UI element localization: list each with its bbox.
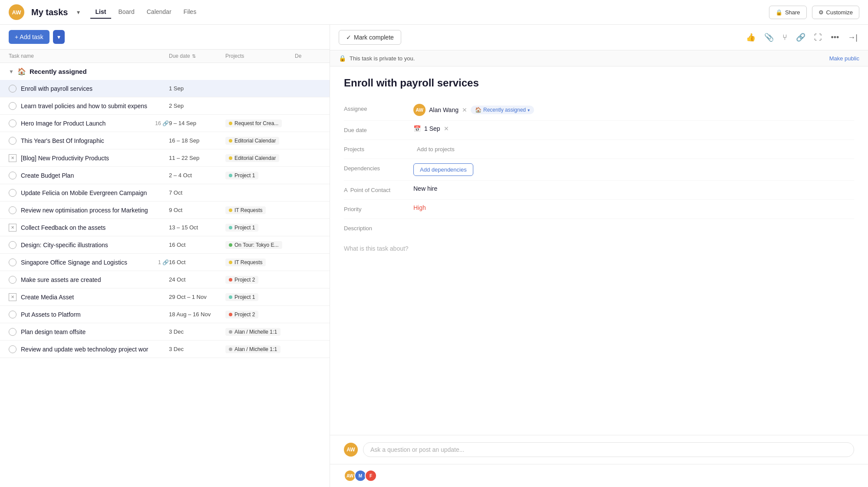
share-button[interactable]: 🔒 Share — [769, 6, 807, 19]
project-badge[interactable]: IT Requests — [225, 206, 266, 214]
task-row[interactable]: Enroll with payroll services 1 Sep — [0, 80, 330, 97]
project-badge[interactable]: Project 1 — [225, 224, 258, 232]
task-name-text: Review new optimisation process for Mark… — [21, 207, 169, 214]
description-placeholder[interactable]: What is this task about? — [344, 245, 854, 252]
top-bar-actions: 🔒 Share ⚙ Customize — [769, 6, 859, 19]
task-due-date: 9 Oct — [169, 207, 225, 213]
assignee-avatar[interactable]: AW — [413, 104, 426, 116]
task-row[interactable]: Make sure assets are created 24 Oct Proj… — [0, 271, 330, 288]
task-project-badge: Project 1 — [225, 293, 295, 301]
project-name: Project 2 — [234, 311, 255, 318]
thumbs-up-button[interactable]: 👍 — [744, 31, 757, 44]
task-row[interactable]: Review new optimisation process for Mark… — [0, 202, 330, 219]
attachment-button[interactable]: 📎 — [762, 31, 776, 44]
task-check-icon[interactable] — [9, 189, 17, 197]
task-row[interactable]: ✕ Collect Feedback on the assets 13 – 15… — [0, 219, 330, 236]
task-name-text: Review and update web technology project… — [21, 346, 169, 353]
task-row[interactable]: Review and update web technology project… — [0, 341, 330, 358]
add-to-projects-button[interactable]: Add to projects — [413, 144, 458, 154]
task-row[interactable]: Singapore Office Signage and Logistics 1… — [0, 254, 330, 271]
task-check-icon[interactable] — [9, 85, 17, 93]
description-field-row: Description — [344, 219, 854, 238]
task-row[interactable]: Update Felicia on Mobile Evergreen Campa… — [0, 184, 330, 202]
task-project-badge: Project 2 — [225, 276, 295, 284]
customize-button[interactable]: ⚙ Customize — [812, 6, 859, 19]
section-tag-label: Recently assigned — [483, 107, 526, 113]
make-public-button[interactable]: Make public — [829, 55, 859, 62]
project-dot — [229, 122, 232, 125]
mark-complete-button[interactable]: ✓ Mark complete — [339, 30, 401, 45]
branch-button[interactable]: ⑂ — [781, 31, 789, 44]
task-check-icon[interactable] — [9, 311, 17, 318]
project-badge[interactable]: Project 2 — [225, 311, 258, 318]
project-name: Request for Crea... — [234, 120, 278, 126]
task-row[interactable]: This Year's Best Of Infographic 16 – 18 … — [0, 132, 330, 149]
task-subtask-icon[interactable]: ✕ — [9, 224, 17, 232]
project-badge[interactable]: Request for Crea... — [225, 119, 282, 127]
project-badge[interactable]: IT Requests — [225, 258, 266, 266]
add-dependencies-button[interactable]: Add dependencies — [413, 163, 473, 176]
task-subtask-icon[interactable]: ✕ — [9, 293, 17, 301]
task-name-text: Hero Image for Product Launch — [21, 120, 152, 127]
project-badge[interactable]: Project 1 — [225, 172, 258, 179]
task-check-icon[interactable] — [9, 258, 17, 266]
task-check-icon[interactable] — [9, 172, 17, 179]
right-panel: ✓ Mark complete 👍 📎 ⑂ 🔗 ⛶ ••• →| 🔒 This … — [330, 25, 868, 487]
task-name-text: Create Budget Plan — [21, 172, 169, 179]
title-caret-icon[interactable]: ▾ — [77, 9, 80, 16]
task-check-icon[interactable] — [9, 345, 17, 353]
user-avatar[interactable]: AW — [9, 4, 24, 20]
projects-field-row: Projects Add to projects — [344, 140, 854, 159]
task-row[interactable]: Learn travel policies and how to submit … — [0, 97, 330, 115]
task-check-icon[interactable] — [9, 276, 17, 284]
col-header-due-date[interactable]: Due date ⇅ — [169, 53, 225, 59]
due-date-field-row: Due date 📅 1 Sep ✕ — [344, 121, 854, 140]
task-subtask-icon[interactable]: ✕ — [9, 154, 17, 162]
task-row[interactable]: Plan design team offsite 3 Dec Alan / Mi… — [0, 323, 330, 341]
tab-files[interactable]: Files — [178, 6, 202, 19]
task-row[interactable]: Create Budget Plan 2 – 4 Oct Project 1 — [0, 167, 330, 184]
task-project-badge: Project 1 — [225, 172, 295, 179]
task-row[interactable]: ✕ Create Media Asset 29 Oct – 1 Nov Proj… — [0, 288, 330, 306]
task-project-badge: Alan / Michelle 1:1 — [225, 345, 295, 353]
tab-list[interactable]: List — [90, 6, 112, 19]
task-row[interactable]: ✕ [Blog] New Productivity Products 11 – … — [0, 149, 330, 167]
comment-input[interactable]: Ask a question or post an update... — [363, 442, 854, 457]
expand-button[interactable]: ⛶ — [812, 31, 824, 44]
task-name-text: Update Felicia on Mobile Evergreen Campa… — [21, 189, 169, 196]
task-check-icon[interactable] — [9, 119, 17, 127]
task-row[interactable]: Design: City-specific illustrations 16 O… — [0, 236, 330, 254]
assignee-section-tag[interactable]: 🏠 Recently assigned ▾ — [471, 106, 534, 114]
task-row[interactable]: Hero Image for Product Launch 16 🔗 9 – 1… — [0, 115, 330, 132]
link-button[interactable]: 🔗 — [794, 31, 807, 44]
add-task-caret-button[interactable]: ▾ — [53, 30, 65, 44]
close-panel-button[interactable]: →| — [846, 31, 859, 44]
project-badge[interactable]: Project 2 — [225, 276, 258, 284]
task-check-icon[interactable] — [9, 137, 17, 145]
project-badge[interactable]: Project 1 — [225, 293, 258, 301]
task-check-icon[interactable] — [9, 102, 17, 110]
section-header-recently-assigned[interactable]: ▼ 🏠 Recently assigned — [0, 63, 330, 80]
assignee-label: Assignee — [344, 104, 413, 112]
due-date-value[interactable]: 📅 1 Sep ✕ — [413, 125, 854, 132]
remove-due-date-button[interactable]: ✕ — [444, 125, 449, 132]
task-check-icon[interactable] — [9, 241, 17, 249]
project-badge[interactable]: On Tour: Tokyo E... — [225, 241, 282, 249]
add-task-button[interactable]: + Add task — [9, 30, 50, 44]
task-check-icon[interactable] — [9, 328, 17, 336]
task-subtask-count: 16 🔗 — [155, 120, 169, 126]
priority-label: Priority — [344, 204, 413, 212]
tab-board[interactable]: Board — [113, 6, 139, 19]
task-subtask-count: 1 🔗 — [158, 259, 169, 265]
project-badge[interactable]: Editorial Calendar — [225, 154, 279, 162]
tab-calendar[interactable]: Calendar — [142, 6, 177, 19]
task-row[interactable]: Put Assets to Platform 18 Aug – 16 Nov P… — [0, 306, 330, 323]
collapse-icon[interactable]: ▼ — [9, 69, 14, 75]
project-badge[interactable]: Editorial Calendar — [225, 137, 279, 145]
task-due-date: 2 – 4 Oct — [169, 172, 225, 179]
task-check-icon[interactable] — [9, 206, 17, 214]
project-badge[interactable]: Alan / Michelle 1:1 — [225, 328, 281, 336]
remove-assignee-button[interactable]: ✕ — [462, 106, 467, 113]
project-badge[interactable]: Alan / Michelle 1:1 — [225, 345, 281, 353]
more-options-button[interactable]: ••• — [829, 31, 841, 44]
